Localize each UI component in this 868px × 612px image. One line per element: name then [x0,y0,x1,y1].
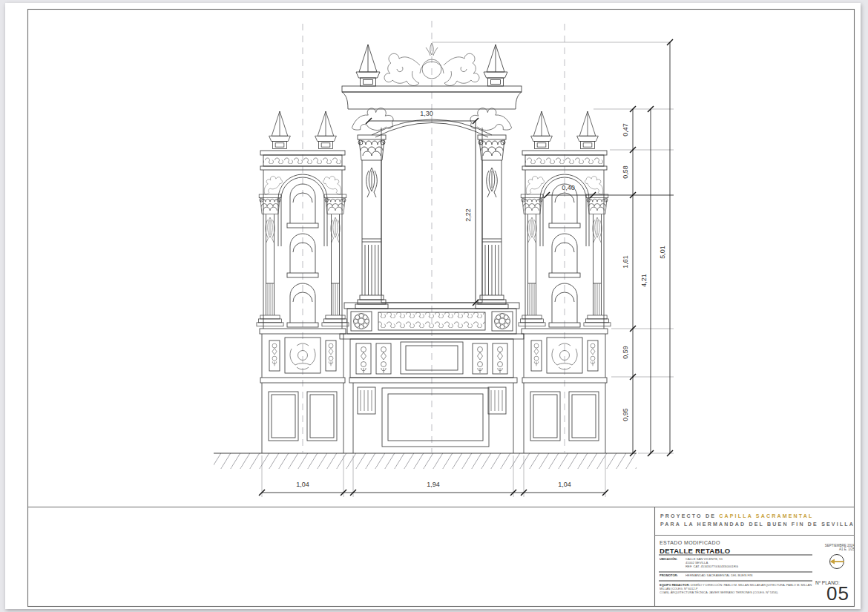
dim-central-niche-height: 2,22 [464,208,472,222]
equipo-redactor-row: EQUIPO REDACTOR: DISEÑO Y DIRECCIÓN: PAB… [660,583,815,594]
project-title-prefix: PROYECTO DE [660,513,719,519]
separator-line [659,580,812,582]
promotor-value: HERMANDAD SACRAMENTAL DEL BUEN FIN [685,573,752,577]
dim-entablature-height: 0,58 [622,165,629,179]
separator-line [659,571,812,573]
separator-line [659,554,812,556]
estado-label: ESTADO MODIFICADO [660,540,720,545]
dim-center-bay-width: 1,94 [427,481,440,488]
equipo-line2: COAS). ARQUITECTURA TÉCNICA: JAVIER SERR… [660,590,778,594]
date-and-scale: SEPTIEMBRE 2024 A1 E. 1/25 [780,544,855,551]
equipo-label: EQUIPO REDACTOR: [660,583,690,587]
project-title-line2: PARA LA HERMANDAD DEL BUEN FIN DE SEVILL… [660,520,855,528]
dim-right-bay-width: 1,04 [558,481,571,488]
promotor-label: PROMOTOR: [660,573,681,577]
plano-number: 05 [826,582,849,605]
dimension-lines: 1,30 2,22 0,40 0,47 [259,39,674,497]
dim-base-height: 0,95 [622,408,629,421]
ground-line [214,453,637,469]
project-title-highlight: CAPILLA SACRAMENTAL [719,513,813,519]
dim-overall-height: 5,01 [659,246,666,259]
promotor-row: PROMOTOR: HERMANDAD SACRAMENTAL DEL BUEN… [660,573,812,577]
left-side-tower [257,111,349,453]
dim-side-tower-total-height: 4,21 [640,274,648,287]
north-arrow-icon [827,552,846,574]
ubicacion-label: UBICACIÓN: [660,557,681,568]
dim-arch-width: 1,30 [420,110,433,117]
right-side-tower [519,111,611,453]
dim-column-body-height: 1,61 [622,255,629,269]
page-background: 1,30 2,22 0,40 0,47 [0,0,868,612]
dim-left-bay-width: 1,04 [296,481,309,488]
dim-crest-height: 0,47 [622,123,629,136]
ubicacion-line3: REF. CAT. 4534307TG3443S0001RG [685,565,738,568]
ubicacion-row: UBICACIÓN: CALLE SAN VICENTE, 91 41002 S… [660,557,812,568]
dim-side-niche-width: 0,40 [562,184,575,191]
scale-label: A1 E. 1/25 [780,547,855,551]
title-block: PROYECTO DE CAPILLA SACRAMENTAL PARA LA … [654,507,855,607]
project-title: PROYECTO DE CAPILLA SACRAMENTAL PARA LA … [654,507,855,536]
dim-predella-height: 0,59 [622,346,629,359]
